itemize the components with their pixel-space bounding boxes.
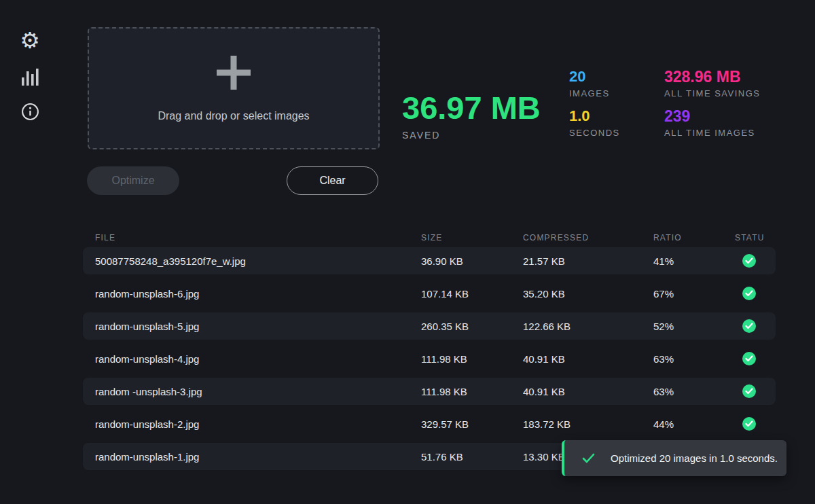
toast-check-icon	[582, 453, 595, 463]
file-status	[735, 417, 763, 431]
file-size: 260.35 KB	[421, 321, 523, 332]
saved-label: SAVED	[402, 130, 541, 141]
status-check-icon	[742, 254, 756, 268]
session-stats: 20 IMAGES 1.0 SECONDS	[569, 68, 620, 139]
file-compressed: 40.91 KB	[523, 353, 653, 365]
table-row: random-unsplash-5.jpg 260.35 KB 122.66 K…	[83, 312, 776, 340]
file-ratio: 52%	[653, 321, 735, 332]
header-size: SIZE	[421, 233, 523, 242]
file-ratio: 63%	[653, 353, 735, 365]
file-name: random-unsplash-2.jpg	[95, 418, 421, 430]
images-label: IMAGES	[569, 88, 620, 99]
status-check-icon	[742, 384, 756, 398]
optimize-button[interactable]: Optimize	[87, 166, 179, 195]
sidebar: ⚙	[0, 0, 60, 504]
file-size: 111.98 KB	[421, 386, 523, 397]
file-ratio: 44%	[653, 418, 735, 430]
file-status	[735, 287, 763, 300]
file-ratio: 67%	[653, 288, 735, 300]
table-row: random -unsplash-3.jpg 111.98 KB 40.91 K…	[83, 378, 776, 405]
table-row: random-unsplash-2.jpg 329.57 KB 183.72 K…	[83, 410, 776, 437]
file-name: 50087758248_a395120f7e_w.jpg	[95, 255, 421, 267]
plus-icon	[215, 54, 252, 91]
file-size: 51.76 KB	[421, 451, 523, 463]
file-compressed: 35.20 KB	[523, 288, 653, 300]
results-table: FILE SIZE COMPRESSED RATIO STATUS 500877…	[83, 228, 776, 475]
seconds-label: SECONDS	[569, 128, 620, 139]
file-status	[735, 319, 763, 333]
file-size: 111.98 KB	[421, 353, 523, 365]
status-check-icon	[742, 287, 756, 300]
stats-button[interactable]	[18, 65, 41, 87]
file-ratio: 63%	[653, 386, 735, 397]
all-time-savings-label: ALL TIME SAVINGS	[664, 88, 761, 99]
file-ratio: 41%	[653, 255, 735, 267]
images-count: 20	[569, 68, 620, 86]
header-file: FILE	[95, 233, 421, 242]
dropzone-label: Drag and drop or select images	[158, 110, 309, 122]
saved-summary: 36.97 MB SAVED	[402, 91, 541, 141]
dropzone[interactable]: Drag and drop or select images	[88, 27, 380, 149]
file-compressed: 21.57 KB	[523, 255, 653, 267]
all-time-images-label: ALL TIME IMAGES	[664, 128, 761, 139]
file-size: 107.14 KB	[421, 288, 523, 300]
file-size: 36.90 KB	[421, 255, 523, 267]
header-compressed: COMPRESSED	[523, 233, 653, 242]
all-time-images-value: 239	[664, 107, 761, 125]
about-button[interactable]	[18, 101, 41, 122]
file-compressed: 183.72 KB	[523, 418, 653, 430]
file-compressed: 40.91 KB	[523, 386, 653, 397]
file-status	[735, 352, 763, 365]
header-status: STATUS	[735, 233, 763, 242]
all-time-savings-value: 328.96 MB	[664, 68, 761, 86]
file-status	[735, 254, 763, 268]
file-name: random -unsplash-3.jpg	[95, 386, 421, 397]
toast-notification: Optimized 20 images in 1.0 seconds.	[562, 440, 786, 476]
table-row: random-unsplash-6.jpg 107.14 KB 35.20 KB…	[83, 280, 776, 307]
status-check-icon	[742, 319, 756, 333]
table-row: 50087758248_a395120f7e_w.jpg 36.90 KB 21…	[83, 247, 776, 274]
info-icon	[21, 103, 39, 121]
file-size: 329.57 KB	[421, 418, 523, 430]
file-name: random-unsplash-6.jpg	[95, 288, 421, 300]
file-compressed: 122.66 KB	[523, 321, 653, 332]
status-check-icon	[742, 417, 756, 431]
clear-button[interactable]: Clear	[287, 166, 378, 195]
file-name: random-unsplash-1.jpg	[95, 451, 421, 463]
gear-icon: ⚙	[20, 30, 40, 52]
seconds-value: 1.0	[569, 107, 620, 125]
table-row: random-unsplash-4.jpg 111.98 KB 40.91 KB…	[83, 345, 776, 372]
status-check-icon	[742, 352, 756, 365]
settings-button[interactable]: ⚙	[18, 30, 41, 52]
saved-value: 36.97 MB	[402, 91, 541, 125]
table-body: 50087758248_a395120f7e_w.jpg 36.90 KB 21…	[83, 247, 776, 470]
bar-chart-icon	[20, 67, 39, 86]
toast-message: Optimized 20 images in 1.0 seconds.	[611, 452, 778, 464]
table-header: FILE SIZE COMPRESSED RATIO STATUS	[83, 228, 776, 247]
file-status	[735, 384, 763, 398]
file-name: random-unsplash-5.jpg	[95, 321, 421, 332]
header-ratio: RATIO	[653, 233, 735, 242]
file-name: random-unsplash-4.jpg	[95, 353, 421, 365]
all-time-stats: 328.96 MB ALL TIME SAVINGS 239 ALL TIME …	[664, 68, 761, 139]
